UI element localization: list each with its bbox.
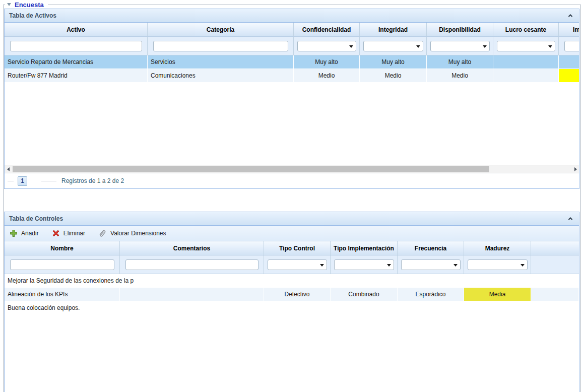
fieldset-border-right [580,5,581,392]
controles-filter-row [5,255,579,274]
cell: Alineación de los KPIs [5,288,120,301]
activos-filter-cell-activo [5,37,148,55]
controles-filter-cell-nombre [5,255,120,274]
controles-row-2[interactable]: Alineación de los KPIsDetectivoCombinado… [5,288,579,301]
chevron-down-icon [548,45,552,48]
controles-filter-cell-tipo-control [264,255,331,274]
activos-row-2[interactable]: Router/Fw 877 MadridComunicacionesMedioM… [5,69,579,83]
controles-filter-select-frecuencia[interactable] [401,259,461,270]
delete-icon [52,229,60,237]
anadir-button[interactable]: Añadir [10,229,39,237]
activos-col-header-confidencialidad[interactable]: Confidencialidad [294,23,360,36]
activos-filter-input-activo[interactable] [10,41,142,51]
collapse-controles-button[interactable] [566,215,574,223]
page-1-button[interactable]: 1 [18,176,27,186]
encuesta-legend: Encuesta [5,1,48,9]
controles-column-header-row: NombreComentariosTipo ControlTipo Implem… [5,241,579,255]
scroll-left-arrow[interactable] [5,165,12,173]
chevron-down-icon [416,45,420,48]
activos-filter-cell-lucro-cesante [493,37,559,55]
controles-col-header-tipo-implementacion[interactable]: Tipo Implementación [331,241,398,255]
activos-col-header-categoria[interactable]: Categoría [148,23,294,36]
controles-filter-cell-comentarios [120,255,264,274]
paging-divider [129,181,574,181]
activos-filter-select-disponibilidad[interactable] [430,41,490,51]
controles-filter-cell-tipo-implementacion [331,255,398,274]
cell: Router/Fw 877 Madrid [5,69,148,82]
controles-col-header-empty [531,241,579,255]
scrollbar-thumb[interactable] [13,166,489,172]
controles-filter-select-madurez[interactable] [468,259,528,270]
tabla-controles-panel: Tabla de Controles Añadir [4,212,579,392]
valorar-dimensiones-button[interactable]: Valorar Dimensiones [98,229,166,237]
controles-filter-select-tipo-implementacion[interactable] [334,259,394,270]
cell [493,55,559,69]
activos-filter-cell-integridad [360,37,427,55]
eliminar-label: Eliminar [63,230,85,237]
activos-filter-input-im[interactable] [564,41,579,51]
chevron-down-icon [349,45,353,48]
cell: Buena colocación equipos. [5,301,83,314]
horizontal-scrollbar[interactable] [5,165,579,173]
activos-filter-cell-confidencialidad [294,37,360,55]
right-triangle-icon [574,167,577,171]
controles-filter-cell-frecuencia [398,255,464,274]
activos-col-header-im[interactable]: Im [559,23,579,36]
activos-filter-select-confidencialidad[interactable] [297,41,356,51]
encuesta-page: Encuesta Tabla de Activos ActivoCategorí… [0,0,584,392]
collapse-toggle-icon[interactable] [7,3,11,6]
cell: Combinado [331,288,398,301]
controles-row-1[interactable]: Mejorar la Seguridad de las conexiones d… [5,274,579,288]
eliminar-button[interactable]: Eliminar [52,229,85,237]
cell: Comunicaciones [148,69,294,82]
tabla-controles-title: Tabla de Controles [9,215,63,222]
cell: Medio [427,69,493,82]
cell [120,288,264,301]
cell [493,69,559,82]
activos-filter-cell-im [559,37,579,55]
pagination-bar: 1 Registros de 1 a 2 de 2 [5,173,579,188]
activos-filter-select-lucro-cesante[interactable] [497,41,555,51]
chevron-down-icon [453,264,458,267]
scroll-right-arrow[interactable] [572,165,579,173]
tabla-controles-grid: NombreComentariosTipo ControlTipo Implem… [5,241,579,392]
tabla-activos-grid: ActivoCategoríaConfidencialidadIntegrida… [5,23,579,165]
controles-filter-input-nombre[interactable] [10,259,114,270]
activos-filter-cell-categoria [148,37,294,55]
activos-col-header-integridad[interactable]: Integridad [360,23,427,36]
cell: Detectivo [264,288,331,301]
cell: Servicios [148,55,294,69]
controles-filter-cell-empty [531,255,579,274]
tabla-activos-header-bar: Tabla de Activos [5,9,579,23]
controles-col-header-comentarios[interactable]: Comentarios [120,241,264,255]
valorar-dimensiones-label: Valorar Dimensiones [110,230,166,237]
scrollbar-track[interactable] [12,165,572,173]
activos-col-header-lucro-cesante[interactable]: Lucro cesante [493,23,559,36]
collapse-activos-button[interactable] [566,12,574,20]
fieldset-border-left [3,5,4,392]
controles-filter-input-comentarios[interactable] [125,259,258,270]
tabla-activos-panel: Tabla de Activos ActivoCategoríaConfiden… [4,9,579,189]
chevron-down-icon [521,264,525,267]
controles-col-header-frecuencia[interactable]: Frecuencia [398,241,464,255]
cell: Muy alto [360,55,427,69]
activos-filter-input-categoria[interactable] [153,41,288,51]
activos-col-header-disponibilidad[interactable]: Disponibilidad [427,23,493,36]
controles-row-3[interactable]: Buena colocación equipos. [5,301,579,315]
paging-divider [8,181,14,181]
left-triangle-icon [7,167,10,171]
controles-filter-select-tipo-control[interactable] [268,259,327,270]
fieldset-border-top [3,5,581,5]
cell: Medio [294,69,360,82]
cell: Media [464,288,531,301]
controles-col-header-madurez[interactable]: Madurez [464,241,531,255]
controles-col-header-tipo-control[interactable]: Tipo Control [264,241,331,255]
activos-filter-select-integridad[interactable] [363,41,423,51]
activos-filter-row [5,37,579,55]
paperclip-icon [98,229,107,237]
controles-col-header-nombre[interactable]: Nombre [5,241,120,255]
chevron-down-icon [483,45,487,48]
cell: Servicio Reparto de Mercancias [5,55,148,69]
activos-row-1[interactable]: Servicio Reparto de MercanciasServiciosM… [5,55,579,69]
activos-col-header-activo[interactable]: Activo [5,23,148,36]
